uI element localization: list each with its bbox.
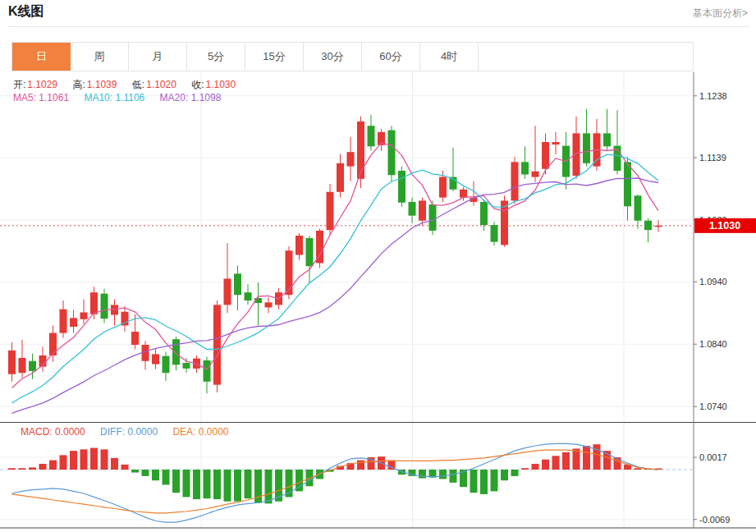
candle-body (552, 142, 560, 144)
axis-label: -0.0069 (699, 515, 730, 525)
macd-bar (480, 470, 488, 494)
candle-body (101, 294, 108, 319)
fundamental-analysis-link[interactable]: 基本面分析> (693, 7, 748, 21)
candle-body (183, 363, 190, 369)
ma20-readout: MA20: 1.1098 (160, 92, 222, 103)
candle-body (286, 250, 293, 295)
macd-bar (80, 449, 88, 470)
candle-body (152, 354, 159, 364)
macd-bar (562, 452, 570, 470)
candle-body (347, 152, 355, 166)
candle-body (8, 351, 16, 374)
ohlc-readout: 开:1.1029 高:1.1039 低:1.1020 收:1.1030 (13, 78, 248, 92)
macd-bar (29, 467, 36, 470)
candle-body (603, 133, 611, 146)
macd-bar (70, 451, 77, 470)
macd-bar (193, 470, 200, 499)
macd-bar (419, 470, 426, 479)
macd-bar (552, 456, 560, 470)
candle-body (573, 133, 580, 176)
candle-body (491, 225, 498, 242)
candle-body (357, 122, 364, 179)
candle-body (511, 162, 519, 200)
tab-30分[interactable]: 30分 (304, 43, 362, 71)
candle-body (234, 273, 241, 295)
ma-legend: MA5: 1.1061 MA10: 1.1106 MA20: 1.1098 (13, 92, 233, 103)
diff-readout: DIFF: 0.0000 (100, 426, 158, 438)
candle-body (644, 221, 652, 230)
candle-body (213, 305, 221, 384)
candle-body (19, 358, 26, 373)
tab-日[interactable]: 日 (12, 43, 71, 71)
macd-bar (152, 470, 159, 480)
candle-body (542, 142, 549, 169)
macd-bar (8, 468, 16, 470)
candle-body (296, 236, 303, 255)
current-price-label: 1.1030 (709, 220, 740, 232)
ma10-line (12, 154, 659, 403)
page-title: K线图 (8, 3, 44, 21)
axis-label: 1.0740 (699, 401, 727, 411)
macd-bar (265, 470, 273, 503)
candle-body (265, 302, 273, 307)
macd-bar (357, 461, 364, 470)
candle-body (245, 292, 252, 300)
candle-body (635, 195, 642, 220)
macd-bar (573, 448, 580, 470)
candle-body (80, 312, 88, 319)
macd-bar (224, 470, 231, 502)
candle-body (29, 361, 36, 371)
axis-label: 1.1238 (699, 91, 727, 101)
macd-bar (49, 461, 57, 470)
macd-bar (470, 470, 478, 493)
candle-body (439, 177, 447, 198)
macd-bar (532, 464, 539, 470)
macd-bar (450, 470, 457, 483)
candle-body (583, 133, 590, 163)
high-readout: 高:1.1039 (72, 79, 117, 90)
ma10-readout: MA10: 1.1106 (84, 92, 144, 103)
tab-60分[interactable]: 60分 (362, 43, 420, 71)
low-readout: 低:1.1020 (132, 79, 176, 90)
macd-bar (439, 470, 447, 479)
macd-bar (204, 470, 211, 498)
candle-body (337, 163, 344, 192)
candle-body (70, 318, 77, 327)
tab-4时[interactable]: 4时 (420, 43, 479, 71)
candle-body (368, 126, 375, 146)
dea-line (12, 450, 659, 513)
candle-body (624, 162, 631, 206)
open-readout: 开:1.1029 (13, 79, 57, 90)
macd-bar (234, 470, 241, 502)
macd-bar (163, 470, 170, 484)
candle-body (429, 204, 437, 231)
tab-月[interactable]: 月 (129, 43, 187, 71)
macd-bar (60, 455, 67, 470)
close-readout: 收:1.1030 (191, 79, 236, 90)
title-divider (8, 26, 749, 27)
axis-label: 1.0940 (699, 277, 727, 287)
ma5-line (12, 143, 659, 388)
candle-body (306, 238, 314, 266)
candle-body (131, 332, 139, 345)
ma5-readout: MA5: 1.1061 (13, 92, 69, 103)
tab-bar-filler (479, 43, 693, 71)
candle-body (521, 162, 529, 174)
candle-body (532, 172, 539, 177)
tab-周[interactable]: 周 (71, 43, 129, 71)
macd-bar (90, 448, 98, 470)
tab-15分[interactable]: 15分 (245, 43, 304, 71)
diff-line (12, 443, 659, 522)
candle-body (419, 200, 426, 220)
candle-body (409, 202, 416, 216)
macd-bar (521, 468, 529, 470)
macd-bar (39, 464, 47, 470)
macd-bar (491, 470, 498, 491)
macd-bar (172, 470, 180, 493)
macd-readout: MACD: 0.0000 (21, 426, 85, 438)
macd-bar (19, 468, 26, 470)
candle-body (388, 131, 396, 176)
dea-readout: DEA: 0.0000 (172, 426, 228, 438)
tab-5分[interactable]: 5分 (187, 43, 245, 71)
kline-page: 1.12381.11391.10391.09401.08401.07400.00… (0, 0, 756, 532)
